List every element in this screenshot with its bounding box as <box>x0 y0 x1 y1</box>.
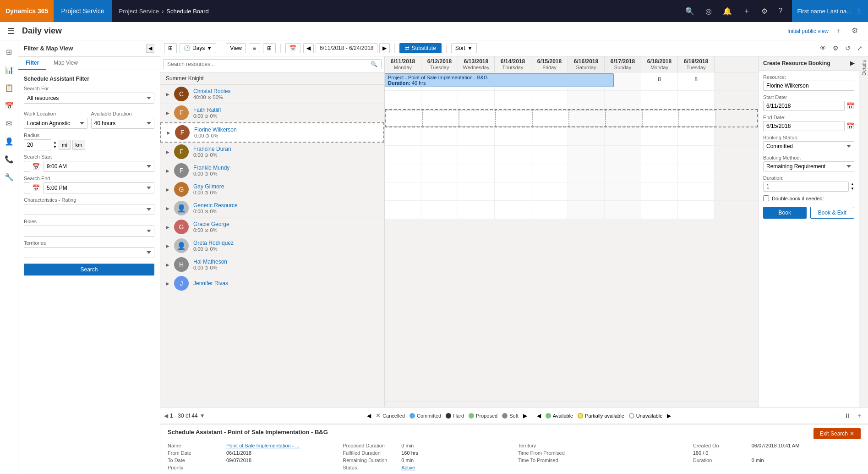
hamburger-menu[interactable]: ☰ <box>7 26 15 36</box>
book-exit-button[interactable]: Book & Exit <box>810 207 855 219</box>
start-date-input[interactable] <box>763 101 845 111</box>
legend-items-prev[interactable]: ◀ <box>367 413 371 419</box>
end-date-input[interactable] <box>763 121 845 131</box>
expand-arrow-icon[interactable]: ▶ <box>166 149 169 154</box>
zoom-out-button[interactable]: − <box>833 411 841 420</box>
duration-down-arrow[interactable]: ▼ <box>851 187 854 191</box>
roles-select[interactable] <box>24 226 154 237</box>
details-label[interactable]: Details <box>861 60 867 76</box>
book-button[interactable]: Book <box>763 207 807 219</box>
substitute-button[interactable]: ⇄ Substitute <box>399 43 441 53</box>
expand-arrow-icon[interactable]: ▶ <box>166 187 169 192</box>
name-value[interactable]: Point of Sale Implementation - ... <box>226 443 300 448</box>
sidebar-chart-icon[interactable]: 📊 <box>1 62 17 78</box>
sidebar-user-icon[interactable]: 👤 <box>1 133 17 149</box>
list-item[interactable]: ▶ F Francine Duran 0:00 ⊙ 0% <box>160 143 384 161</box>
calendar-button[interactable]: 📅 <box>285 43 300 53</box>
expand-collapse-button[interactable]: ⊞ <box>164 43 177 53</box>
sidebar-list-icon[interactable]: 📋 <box>1 80 17 96</box>
duration-up-arrow[interactable]: ▲ <box>851 182 854 187</box>
list-item[interactable]: ▶ 👤 Greta Rodriquez 0:00 ⊙ 0% <box>160 237 384 255</box>
sidebar-settings-icon[interactable]: 🔧 <box>1 169 17 185</box>
list-item[interactable]: ▶ J Jennifer Rivas <box>160 274 384 293</box>
expand-arrow-icon[interactable]: ▶ <box>167 130 170 135</box>
list-item[interactable]: ▶ F Florine Wilkerson 0:00 ⊙ 0% <box>160 122 384 143</box>
resource-search-field[interactable] <box>167 61 369 67</box>
resource-input[interactable] <box>763 81 854 91</box>
radius-up-arrow[interactable]: ▲ <box>53 140 57 145</box>
grid-view-button[interactable]: ⊞ <box>263 43 276 53</box>
pause-button[interactable]: ⏸ <box>842 411 852 420</box>
availability-next[interactable]: ▶ <box>667 413 671 419</box>
sidebar-calendar-icon[interactable]: 📅 <box>1 98 17 114</box>
expand-icon[interactable]: ⤢ <box>855 43 864 53</box>
search-end-cal-icon[interactable]: 📅 <box>32 184 40 192</box>
plus-icon[interactable]: ＋ <box>739 5 754 18</box>
search-start-cal-icon[interactable]: 📅 <box>32 163 40 170</box>
search-start-date[interactable] <box>24 161 30 172</box>
duration-spinners[interactable]: ▲ ▼ <box>851 182 854 191</box>
list-item[interactable]: ▶ G Gracie George 0:00 ⊙ 0% <box>160 218 384 237</box>
list-view-button[interactable]: ≡ <box>249 43 260 53</box>
right-panel-expand-icon[interactable]: ▶ <box>850 60 854 66</box>
booking-block[interactable]: Project - Point of Sale Implementation -… <box>385 73 614 87</box>
date-prev-button[interactable]: ◀ <box>303 43 314 53</box>
list-item[interactable]: ▶ H Hal Matheson 0:00 ⊙ 0% <box>160 255 384 274</box>
list-item[interactable]: ▶ 👤 Generic Resource 0:00 ⊙ 0% <box>160 199 384 218</box>
territories-select[interactable] <box>24 247 154 258</box>
sidebar-mail-icon[interactable]: ✉ <box>2 116 16 132</box>
resource-search-icon[interactable]: 🔍 <box>371 61 377 67</box>
booking-method-select[interactable]: Remaining Requirement <box>763 161 854 171</box>
sort-button[interactable]: Sort ▼ <box>451 43 477 53</box>
add-view-button[interactable]: ＋ <box>832 25 845 37</box>
days-button[interactable]: 🕐 Days ▼ <box>180 43 216 53</box>
settings-toolbar-icon[interactable]: ⚙ <box>831 43 841 53</box>
user-area[interactable]: First name Last na... 👤 <box>792 0 868 22</box>
list-item[interactable]: ▶ F Faith Ratliff 0:00 ⊙ 0% <box>160 104 384 122</box>
exit-search-button[interactable]: Exit Search ✕ <box>813 428 861 439</box>
settings-view-button[interactable]: ⚙ <box>849 25 861 37</box>
settings-icon[interactable]: ⚙ <box>758 5 771 17</box>
bell-icon[interactable]: 🔔 <box>719 5 736 17</box>
legend-items-next[interactable]: ▶ <box>523 413 527 419</box>
end-date-cal-icon[interactable]: 📅 <box>846 122 854 130</box>
booking-status-select[interactable]: Committed <box>763 141 854 151</box>
available-duration-select[interactable]: 40 hours <box>91 118 155 129</box>
tab-map-view[interactable]: Map View <box>46 57 85 70</box>
expand-arrow-icon[interactable]: ▶ <box>166 168 169 173</box>
search-icon[interactable]: 🔍 <box>682 5 698 17</box>
radius-km-button[interactable]: km <box>72 140 86 150</box>
dynamics-logo[interactable]: Dynamics 365 <box>0 0 54 22</box>
legend-prev-button[interactable]: ◀ <box>164 413 168 419</box>
resource-search-input-wrapper[interactable]: 🔍 <box>163 59 382 69</box>
refresh-icon[interactable]: ↺ <box>843 43 852 53</box>
search-end-date[interactable] <box>24 182 30 193</box>
expand-arrow-icon[interactable]: ▶ <box>166 110 169 116</box>
characteristics-select[interactable] <box>24 204 154 215</box>
duration-input[interactable] <box>763 182 849 192</box>
eye-icon[interactable]: 👁 <box>818 43 828 53</box>
app-name[interactable]: Project Service <box>54 0 111 22</box>
work-location-select[interactable]: Location Agnostic <box>24 118 87 129</box>
zoom-in-button[interactable]: ＋ <box>854 411 864 421</box>
expand-arrow-icon[interactable]: ▶ <box>166 206 169 211</box>
search-end-time[interactable]: 5:00 PM <box>44 182 154 193</box>
search-start-time[interactable]: 9:00 AM <box>44 161 154 172</box>
start-date-cal-icon[interactable]: 📅 <box>846 102 854 110</box>
expand-arrow-icon[interactable]: ▶ <box>166 243 169 248</box>
status-value[interactable]: Active <box>401 465 415 470</box>
double-book-checkbox[interactable] <box>763 195 769 201</box>
expand-arrow-icon[interactable]: ▶ <box>166 92 169 97</box>
legend-next-button[interactable]: ▼ <box>200 413 205 419</box>
tab-filter[interactable]: Filter <box>18 57 46 70</box>
radius-down-arrow[interactable]: ▼ <box>53 145 57 149</box>
initial-public-view[interactable]: Initial public view <box>787 28 829 34</box>
sidebar-phone-icon[interactable]: 📞 <box>1 151 17 167</box>
radius-spinners[interactable]: ▲ ▼ <box>53 140 57 149</box>
date-next-button[interactable]: ▶ <box>379 43 390 53</box>
radius-mi-button[interactable]: mi <box>59 140 71 150</box>
list-item[interactable]: ▶ G Gay Gilmore 0:00 ⊙ 0% <box>160 180 384 199</box>
breadcrumb-1[interactable]: Project Service <box>119 8 159 15</box>
expand-arrow-icon[interactable]: ▶ <box>166 262 169 267</box>
list-item[interactable]: ▶ C Christal Robles 40:00 ⊙ 50% <box>160 85 384 104</box>
